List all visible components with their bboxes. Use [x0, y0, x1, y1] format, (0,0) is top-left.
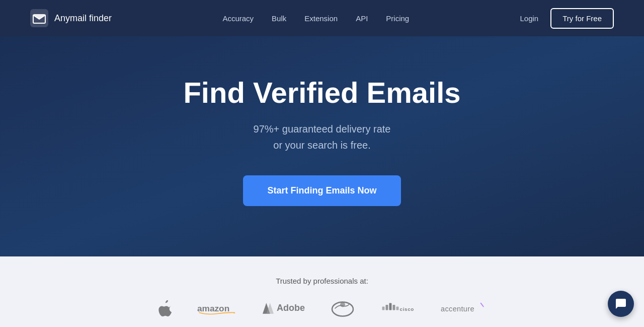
hero-title: Find Verified Emails — [183, 77, 460, 109]
svg-text:amazon: amazon — [197, 303, 229, 313]
apple-logo — [158, 300, 172, 316]
chat-button[interactable] — [608, 291, 634, 317]
trusted-section: Trusted by professionals at: amazon Adob… — [0, 256, 644, 327]
brand-logo-icon — [30, 9, 48, 27]
amazon-logo: amazon — [197, 300, 237, 316]
try-free-button[interactable]: Try for Free — [550, 8, 614, 29]
trusted-label: Trusted by professionals at: — [276, 277, 368, 285]
svg-point-6 — [340, 302, 345, 307]
brand: Anymail finder — [30, 9, 112, 27]
nav-api[interactable]: API — [356, 14, 368, 23]
navbar-right: Login Try for Free — [520, 8, 614, 29]
adobe-label: Adobe — [277, 303, 305, 313]
salesforce-logo — [330, 299, 355, 317]
nav-links: Accuracy Bulk Extension API Pricing — [222, 14, 409, 23]
svg-text:cisco: cisco — [400, 306, 415, 312]
svg-rect-9 — [389, 303, 392, 310]
nav-bulk[interactable]: Bulk — [272, 14, 286, 23]
company-logos: amazon Adobe — [158, 299, 486, 317]
accenture-logo: accenture — [441, 301, 486, 315]
navbar: Anymail finder Accuracy Bulk Extension A… — [0, 0, 644, 36]
svg-rect-11 — [396, 306, 399, 310]
chat-icon — [615, 298, 627, 310]
hero-subtitle-line1: 97%+ guaranteed delivery rate — [254, 123, 391, 135]
svg-rect-10 — [393, 305, 395, 310]
hero-subtitle-line2: or your search is free. — [273, 140, 370, 151]
nav-pricing[interactable]: Pricing — [386, 14, 409, 23]
cisco-logo: cisco — [380, 301, 416, 316]
svg-rect-8 — [386, 305, 388, 310]
hero-subtitle: 97%+ guaranteed delivery rate or your se… — [254, 121, 391, 153]
login-button[interactable]: Login — [520, 14, 539, 23]
adobe-logo: Adobe — [263, 303, 305, 314]
hero-section: Find Verified Emails 97%+ guaranteed del… — [0, 36, 644, 256]
nav-extension[interactable]: Extension — [304, 14, 338, 23]
svg-rect-7 — [382, 306, 385, 310]
brand-name: Anymail finder — [54, 13, 112, 24]
cta-button[interactable]: Start Finding Emails Now — [243, 175, 400, 206]
nav-accuracy[interactable]: Accuracy — [222, 14, 254, 23]
svg-text:accenture: accenture — [441, 305, 474, 313]
